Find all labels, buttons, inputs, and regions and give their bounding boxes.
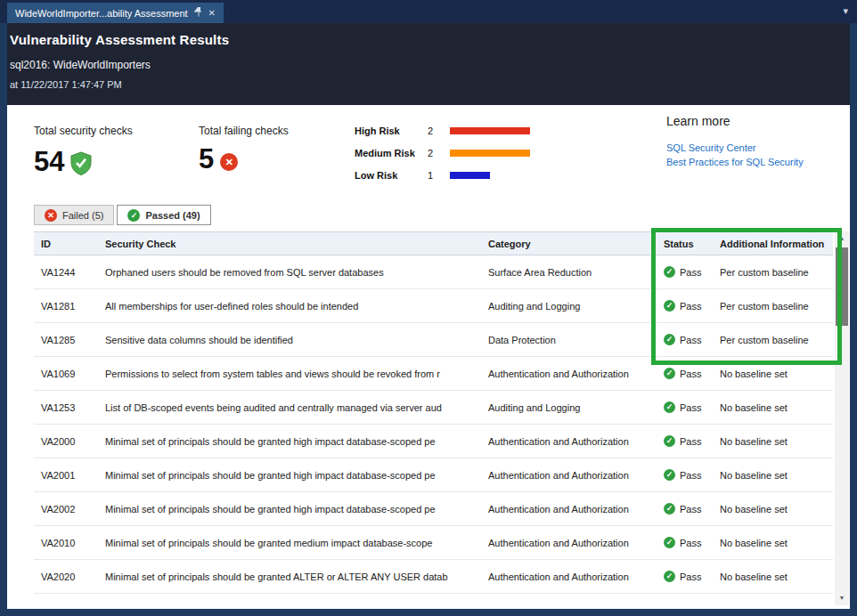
pin-icon[interactable] — [194, 7, 202, 19]
tab-failed-label: Failed (5) — [62, 210, 103, 221]
link-sql-security-center[interactable]: SQL Security Center — [666, 142, 804, 153]
column-header-category[interactable]: Category — [488, 239, 664, 249]
table-header: ID Security Check Category Status Additi… — [34, 231, 833, 255]
risk-row-low: Low Risk 1 — [355, 164, 530, 186]
cell-status: ✓ Pass — [664, 537, 720, 548]
column-header-status[interactable]: Status — [664, 239, 720, 249]
table-row[interactable]: VA1069 Permissions to select from system… — [34, 357, 833, 391]
cell-additional-info: Per custom baseline — [720, 301, 833, 312]
scan-timestamp: at 11/22/2017 1:47:47 PM — [10, 79, 850, 90]
risk-row-medium: Medium Risk 2 — [355, 142, 530, 164]
cell-additional-info: No baseline set — [720, 571, 833, 582]
total-checks-value: 54 — [34, 147, 64, 177]
server-name: sql2016: — [10, 59, 50, 71]
pass-icon: ✓ — [664, 469, 675, 481]
cell-category: Auditing and Logging — [488, 402, 664, 413]
cell-additional-info: Per custom baseline — [720, 335, 833, 345]
cell-status: ✓ Pass — [664, 368, 720, 379]
cell-security-check: Sensitive data columns should be identif… — [105, 335, 488, 345]
cell-additional-info: Per custom baseline — [720, 267, 833, 278]
cell-id: VA1069 — [34, 369, 105, 379]
cell-id: VA1285 — [34, 335, 105, 345]
cell-category: Authentication and Authorization — [488, 470, 664, 481]
document-tab-title: WideWorldImporter...ability Assessment — [15, 8, 188, 19]
tab-failed[interactable]: ✕ Failed (5) — [34, 205, 114, 225]
pass-icon: ✓ — [664, 571, 675, 582]
results-panel: Total security checks 54 Total failing c… — [7, 105, 850, 609]
vertical-scrollbar[interactable]: ▲ ▼ — [835, 231, 849, 605]
table-row[interactable]: VA1285 Sensitive data columns should be … — [34, 323, 833, 357]
cell-status: ✓ Pass — [664, 334, 720, 345]
scroll-up-icon[interactable]: ▲ — [835, 231, 849, 246]
pass-icon: ✓ — [664, 401, 675, 413]
chevron-down-icon[interactable]: ▾ — [843, 5, 848, 17]
status-text: Pass — [680, 267, 701, 278]
cell-additional-info: No baseline set — [720, 369, 833, 379]
cell-status: ✓ Pass — [664, 300, 720, 312]
status-text: Pass — [680, 369, 701, 379]
table-row[interactable]: VA2020 Minimal set of principals should … — [34, 560, 833, 594]
table-row[interactable]: VA1281 All memberships for user-defined … — [34, 289, 833, 323]
cell-additional-info: No baseline set — [720, 504, 833, 515]
cell-additional-info: No baseline set — [720, 538, 833, 548]
close-icon[interactable]: ✕ — [208, 9, 216, 18]
risk-label-low: Low Risk — [355, 170, 428, 181]
cell-id: VA1244 — [34, 267, 105, 278]
table-row[interactable]: VA1253 List of DB-scoped events being au… — [34, 391, 833, 425]
failing-checks-metric: Total failing checks 5 ✕ — [199, 125, 289, 174]
tab-passed[interactable]: ✓ Passed (49) — [117, 205, 210, 225]
risk-value-medium: 2 — [428, 148, 450, 158]
cell-id: VA2002 — [34, 504, 105, 515]
table-row[interactable]: VA2002 Minimal set of principals should … — [34, 492, 833, 526]
table-body: VA1244 Orphaned users should be removed … — [34, 255, 833, 594]
table-row[interactable]: VA2001 Minimal set of principals should … — [34, 458, 833, 492]
cell-id: VA2010 — [34, 538, 105, 548]
document-tab[interactable]: WideWorldImporter...ability Assessment ✕ — [7, 3, 224, 23]
pass-icon: ✓ — [664, 537, 675, 548]
table-row[interactable]: VA1244 Orphaned users should be removed … — [34, 255, 833, 289]
total-checks-metric: Total security checks 54 — [34, 125, 133, 179]
column-header-additional-information[interactable]: Additional Information — [720, 239, 833, 249]
total-checks-label: Total security checks — [34, 125, 133, 137]
status-text: Pass — [680, 538, 701, 548]
server-line: sql2016: WideWorldImporters — [10, 59, 850, 71]
table-row[interactable]: VA2010 Minimal set of principals should … — [34, 526, 833, 560]
cell-security-check: Permissions to select from system tables… — [105, 369, 488, 379]
status-text: Pass — [680, 470, 701, 481]
failing-checks-value: 5 — [199, 144, 214, 174]
risk-value-low: 1 — [428, 170, 450, 181]
column-header-security-check[interactable]: Security Check — [105, 239, 488, 249]
tab-passed-label: Passed (49) — [145, 210, 200, 221]
scrollbar-thumb[interactable] — [836, 247, 848, 326]
cell-status: ✓ Pass — [664, 571, 720, 582]
cell-security-check: Minimal set of principals should be gran… — [105, 436, 488, 447]
cell-id: VA2001 — [34, 470, 105, 481]
cell-category: Authentication and Authorization — [488, 436, 664, 447]
link-best-practices[interactable]: Best Practices for SQL Security — [666, 157, 804, 167]
status-text: Pass — [680, 504, 701, 515]
table-row[interactable]: VA2000 Minimal set of principals should … — [34, 425, 833, 458]
cell-additional-info: No baseline set — [720, 402, 833, 413]
scroll-down-icon[interactable]: ▼ — [835, 591, 849, 605]
checks-table: ID Security Check Category Status Additi… — [34, 231, 833, 594]
cell-security-check: Minimal set of principals should be gran… — [105, 470, 488, 481]
risk-legend: High Risk 2 Medium Risk 2 Low Risk 1 — [355, 119, 530, 186]
results-header: Vulnerability Assessment Results sql2016… — [7, 23, 850, 105]
result-tabs: ✕ Failed (5) ✓ Passed (49) — [34, 205, 211, 225]
cell-category: Auditing and Logging — [488, 301, 664, 312]
cell-security-check: List of DB-scoped events being audited a… — [105, 402, 488, 413]
pass-icon: ✓ — [664, 435, 675, 447]
cell-status: ✓ Pass — [664, 435, 720, 447]
cell-security-check: Minimal set of principals should be gran… — [105, 504, 488, 515]
pass-icon: ✓ — [127, 209, 140, 222]
cell-category: Authentication and Authorization — [488, 504, 664, 515]
pass-icon: ✓ — [664, 300, 675, 312]
cell-category: Authentication and Authorization — [488, 538, 664, 548]
column-header-id[interactable]: ID — [34, 239, 105, 249]
risk-bar-medium — [450, 150, 530, 157]
status-text: Pass — [680, 335, 701, 345]
risk-label-high: High Risk — [355, 126, 428, 136]
cell-category: Data Protection — [488, 335, 664, 345]
pass-icon: ✓ — [664, 368, 675, 379]
cell-id: VA1253 — [34, 402, 105, 413]
